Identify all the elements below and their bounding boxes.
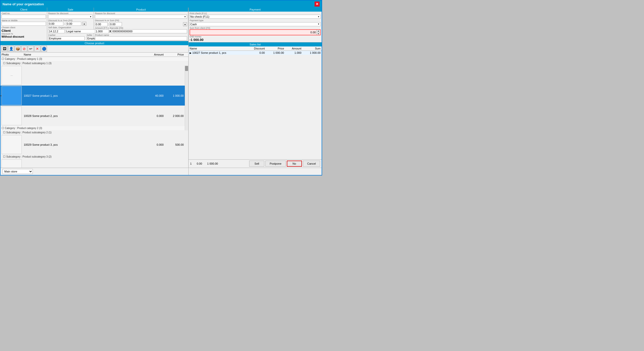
payment-form-section: Payment Print check (F11) No check (F11)… (189, 8, 322, 42)
casher-row: Casher Seller (48, 33, 93, 40)
product-photo: — (2, 66, 22, 85)
category-expand[interactable]: ☐ (2, 57, 5, 60)
sales-table: Name Discount Price Amount Sum ▶ 10027 S… (189, 46, 322, 55)
product-name-input[interactable] (95, 36, 187, 40)
col-scrollbar (185, 53, 188, 57)
name-mobile-input[interactable] (2, 22, 46, 26)
main-window: Name of your organization ✕ Client Card … (0, 0, 322, 176)
product-name-selected: 10027 Some product 1, pcs (23, 86, 144, 106)
toolbar-btn-back[interactable]: ↩ (28, 46, 34, 52)
table-row[interactable]: — (1, 65, 188, 86)
table-row[interactable]: 10028 Some product 2, pcs 0.000 2 000.00 (1, 106, 188, 126)
chosen-client-label: Chosen client (2, 26, 46, 29)
table-row[interactable]: 10029 Some product 3, pcs 0.000 500.00 (1, 135, 188, 155)
product-amount-4: 0.000 (144, 135, 165, 155)
casher-input[interactable] (48, 36, 85, 40)
sale-discount-label: Discount % or Sum (F6) (48, 19, 93, 22)
product-disc-spinup[interactable]: ▲ (183, 22, 187, 26)
right-panel: Payment Print check (F11) No check (F11)… (189, 8, 322, 168)
sub-expand[interactable]: ☐ (3, 62, 6, 65)
toolbar-btn-red[interactable]: ⊘ (21, 46, 27, 52)
print-check-label: Print check (F11) (190, 12, 321, 15)
sub-scroll (185, 61, 188, 65)
sale-disc-up[interactable]: ▲ (82, 22, 86, 26)
sell-date-row (48, 29, 93, 33)
payment-type-wrap: Cash Card (190, 22, 321, 26)
discount-pct-value: Without discount (2, 35, 46, 38)
card-no-label: Card no. (2, 12, 46, 15)
cat2-expand[interactable]: ☐ (2, 127, 5, 130)
odd-money-value: -1 000.00 (190, 38, 321, 42)
subcategory-row: ☐ Subcategory : Product subcategory 1 (3… (1, 61, 188, 65)
sum-spinup[interactable]: ▲ (317, 30, 320, 32)
product-disc-input2[interactable] (109, 22, 122, 26)
sales-table-row[interactable]: ▶ 10027 Some product 1, pcs 0.00 1 000.0… (189, 51, 322, 55)
product-name-5: 10030 Some tovar , pcs (23, 159, 144, 168)
table-row[interactable]: 10030 Some tovar , pcs 0.000 1 200.00 (1, 159, 188, 168)
product-name-cell (23, 65, 144, 86)
sell-date-input[interactable] (48, 29, 65, 33)
amount-barcode-label: Amount (F7) x Barcode (F8) (95, 27, 187, 29)
product-disc-row: : ▲ (95, 22, 187, 26)
sum-from-client-input[interactable] (190, 30, 316, 34)
product-reason-wrap (95, 15, 187, 19)
product-name-3: 10028 Some product 2, pcs (23, 106, 144, 126)
title-bar: Name of your organization ✕ (1, 1, 322, 8)
sub3-expand[interactable]: ☐ (3, 155, 6, 158)
product-form-header: Product (94, 8, 188, 12)
sales-col-price: Price (266, 46, 285, 51)
product-amount-5: 0.000 (144, 159, 165, 168)
toolbar-btn-client[interactable]: 👤 (8, 46, 14, 52)
product-price-cell (165, 65, 185, 86)
close-button[interactable]: ✕ (315, 2, 320, 7)
category-label-2: ☐ Category : Product category 2 (3) (1, 126, 185, 131)
row-scroll (185, 65, 188, 131)
sum-from-client-label: Sum from client (F9) (190, 27, 321, 29)
toolbar-btn-product[interactable]: 📦 (15, 46, 21, 52)
sales-row-discount: 0.00 (247, 51, 266, 55)
sale-section: Sale Reason for discount Discount % or S… (47, 8, 94, 41)
casher-label: Casher (48, 34, 85, 36)
toolbar-btn-blue[interactable]: 🔵 (41, 46, 47, 52)
sum-spindown[interactable]: ▼ (317, 32, 320, 35)
choose-product-header: Choose product (1, 41, 188, 45)
postpone-button[interactable]: Postpone (265, 161, 286, 167)
bottom-page-num: 1 (190, 162, 192, 165)
table-row[interactable]: ▶ 10027 Some product 1, pcs 40.000 1 000… (1, 86, 188, 106)
sub2-expand[interactable]: ☐ (3, 131, 6, 134)
sum-from-client-field: ▲ ▼ (190, 29, 321, 35)
bottom-bar: Main store (1, 168, 322, 175)
payment-type-select[interactable]: Cash Card (190, 22, 321, 26)
print-check-wrap: No check (F11) (190, 15, 321, 19)
sales-list-header: Sales list (189, 42, 322, 46)
subcategory-label-2: ☐ Subcategory : Product subcategory 2 (1… (1, 131, 185, 135)
amount-input[interactable] (95, 29, 109, 33)
toolbar-btn-image[interactable]: 🖼 (2, 46, 8, 52)
main-content: Client Card no. Name or Mobile Chosen cl… (1, 8, 322, 168)
no-button[interactable]: No (287, 161, 302, 167)
sales-row-sum: 1 000.00 (302, 51, 322, 55)
product-photo-4 (2, 135, 22, 154)
chosen-client-value: Client (2, 29, 46, 33)
payment-top: Payment Print check (F11) No check (F11)… (189, 8, 322, 42)
photo-placeholder: — (11, 74, 13, 77)
sale-discount-input1[interactable] (48, 22, 63, 26)
sales-col-name: Name (189, 46, 247, 51)
product-disc-input1[interactable] (95, 22, 108, 26)
sell-button[interactable]: Sell (249, 161, 264, 167)
sales-col-amount: Amount (285, 46, 302, 51)
cancel-button[interactable]: Cancel (303, 161, 320, 167)
bottom-totals: 1 0.00 1 000.00 (190, 162, 218, 165)
cat-scroll (185, 57, 188, 61)
category-row-2: ☐ Category : Product category 2 (3) (1, 126, 188, 131)
product-photo-cell-5 (1, 159, 23, 168)
sale-discount-input2[interactable] (66, 22, 81, 26)
sales-row-price: 1 000.00 (266, 51, 285, 55)
product-reason-select[interactable] (95, 15, 187, 19)
toolbar-btn-close[interactable]: ✕ (34, 46, 40, 52)
barcode-input[interactable] (112, 29, 187, 33)
store-select[interactable]: Main store (3, 169, 33, 174)
sale-reason-select[interactable] (48, 15, 93, 19)
print-check-select[interactable]: No check (F11) (190, 15, 321, 19)
card-no-input[interactable] (2, 15, 46, 19)
